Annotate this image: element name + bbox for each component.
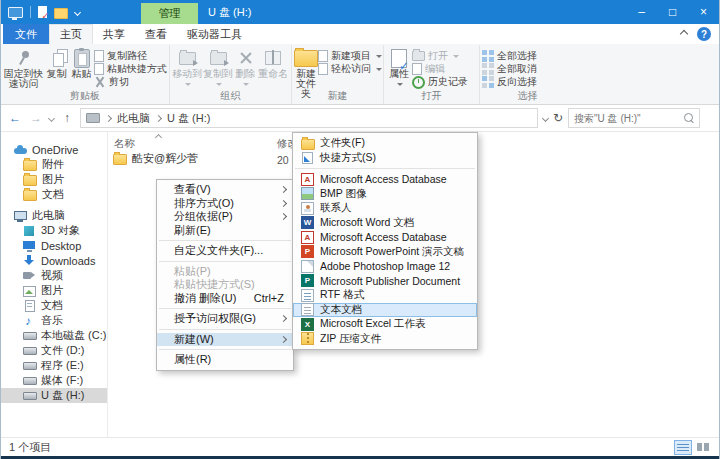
address-dropdown-chevron-icon[interactable] [542, 114, 549, 121]
submenu-item-powerpoint[interactable]: Microsoft PowerPoint 演示文稿 [293, 245, 477, 260]
sidebar-item-drive-e[interactable]: 程序 (E:) [1, 358, 107, 373]
menu-separator [159, 329, 291, 330]
manage-context-tab[interactable]: 管理 [141, 3, 198, 24]
paste-button[interactable]: 粘贴 [69, 45, 94, 79]
submenu-item-folder[interactable]: 文件夹(F) [293, 136, 477, 151]
paste-shortcut-button[interactable]: 粘贴快捷方式 [94, 63, 167, 75]
sidebar-item-pictures-onedrive[interactable]: 图片 [1, 172, 107, 187]
sidebar-item-drive-f[interactable]: 媒体 (F:) [1, 373, 107, 388]
menu-item-customize-folder[interactable]: 自定义文件夹(F)... [157, 244, 293, 258]
submenu-item-contact[interactable]: 联系人 [293, 201, 477, 216]
properties-quick-icon[interactable] [38, 6, 47, 18]
tab-share[interactable]: 共享 [93, 24, 135, 44]
copy-path-button[interactable]: 复制路径 [94, 50, 167, 62]
sidebar-item-videos[interactable]: 视频 [1, 268, 107, 283]
menu-item-new[interactable]: 新建(W) [157, 333, 293, 347]
submenu-item-access-database[interactable]: Microsoft Access Database [293, 172, 477, 187]
menu-item-paste[interactable]: 粘贴(P) [157, 265, 293, 279]
sidebar-item-onedrive[interactable]: OneDrive [1, 142, 107, 157]
sidebar-item-attachments[interactable]: 附件 [1, 157, 107, 172]
refresh-icon[interactable]: ↻ [553, 111, 563, 125]
breadcrumb-chevron-icon[interactable] [155, 114, 162, 121]
menu-item-view[interactable]: 查看(V) [157, 183, 293, 197]
submenu-arrow-icon [280, 213, 287, 220]
maximize-button[interactable]: □ [657, 0, 688, 24]
window-controls: – □ × [626, 0, 719, 24]
large-icons-view-button[interactable] [695, 441, 711, 454]
invert-selection-button[interactable]: 反向选择 [482, 76, 537, 88]
copy-button[interactable]: 复制 [44, 45, 69, 79]
submenu-item-text-document[interactable]: 文本文档 [293, 303, 477, 318]
submenu-item-word-document[interactable]: Microsoft Word 文档 [293, 216, 477, 231]
breadcrumb-chevron-icon[interactable] [105, 114, 112, 121]
submenu-item-publisher-document[interactable]: Microsoft Publisher Document [293, 274, 477, 289]
submenu-item-rtf[interactable]: RTF 格式 [293, 288, 477, 303]
move-to-button[interactable]: 移动到 [172, 45, 203, 89]
search-input[interactable] [569, 109, 699, 127]
sidebar-item-usb-drive-h[interactable]: U 盘 (H:) [1, 388, 107, 403]
tab-home[interactable]: 主页 [49, 24, 93, 44]
tab-view[interactable]: 查看 [135, 24, 177, 44]
access-icon [301, 173, 314, 186]
file-row[interactable]: 酷安@辉少菅 [113, 151, 198, 166]
up-button[interactable]: ↑ [59, 111, 75, 125]
edit-button[interactable]: 编辑 [412, 63, 468, 75]
help-icon[interactable]: ? [697, 27, 711, 41]
open-button[interactable]: 打开 [412, 50, 468, 62]
rename-button[interactable]: 重命名 [257, 45, 289, 79]
new-item-button[interactable]: 新建项目 [318, 50, 382, 62]
menu-item-undo-delete[interactable]: 撤消 删除(U)Ctrl+Z [157, 292, 293, 306]
photoshop-icon [301, 260, 314, 273]
sidebar-item-desktop[interactable]: Desktop [1, 238, 107, 253]
customize-toolbar-chevron-icon[interactable] [74, 8, 81, 15]
select-all-button[interactable]: 全部选择 [482, 50, 537, 62]
history-button[interactable]: 历史记录 [412, 76, 468, 88]
sidebar-item-local-disk-c[interactable]: 本地磁盘 (C:) [1, 328, 107, 343]
sidebar-item-this-pc[interactable]: 此电脑 [1, 208, 107, 223]
menu-item-group-by[interactable]: 分组依据(P) [157, 210, 293, 224]
shortcut-hint: Ctrl+Z [254, 292, 284, 304]
zip-icon [301, 332, 314, 345]
menu-item-refresh[interactable]: 刷新(E) [157, 224, 293, 238]
sidebar-item-documents-onedrive[interactable]: 文档 [1, 187, 107, 202]
menu-item-paste-shortcut[interactable]: 粘贴快捷方式(S) [157, 278, 293, 292]
tab-file[interactable]: 文件 [3, 24, 49, 44]
easy-access-button[interactable]: 轻松访问 [318, 63, 382, 75]
submenu-item-zip-archive[interactable]: ZIP 压缩文件 [293, 332, 477, 347]
submenu-item-shortcut[interactable]: 快捷方式(S) [293, 151, 477, 166]
breadcrumb-this-pc[interactable]: 此电脑 [117, 111, 150, 126]
download-arrow-icon [23, 254, 36, 267]
select-none-button[interactable]: 全部取消 [482, 63, 537, 75]
back-button[interactable]: ← [7, 111, 23, 125]
sidebar-item-downloads[interactable]: Downloads [1, 253, 107, 268]
sidebar-item-drive-d[interactable]: 文件 (D:) [1, 343, 107, 358]
new-folder-quick-icon[interactable] [54, 8, 68, 19]
breadcrumb-current[interactable]: U 盘 (H:) [167, 111, 210, 126]
sidebar-item-pictures[interactable]: 图片 [1, 283, 107, 298]
properties-button[interactable]: 属性 [386, 45, 412, 89]
menu-item-sort-by[interactable]: 排序方式(O) [157, 197, 293, 211]
submenu-item-bmp-image[interactable]: BMP 图像 [293, 187, 477, 202]
submenu-item-excel-worksheet[interactable]: Microsoft Excel 工作表 [293, 317, 477, 332]
sidebar-item-documents[interactable]: 文档 [1, 298, 107, 313]
sidebar-item-music[interactable]: 音乐 [1, 313, 107, 328]
submenu-item-access-database-2[interactable]: Microsoft Access Database [293, 230, 477, 245]
cut-button[interactable]: 剪切 [94, 76, 167, 88]
tab-drive-tools[interactable]: 驱动器工具 [177, 24, 252, 44]
close-button[interactable]: × [688, 0, 719, 24]
delete-button[interactable]: 删除 [233, 45, 257, 89]
collapse-ribbon-icon[interactable] [680, 30, 688, 38]
breadcrumb[interactable]: 此电脑 U 盘 (H:) [80, 108, 538, 128]
menu-item-properties[interactable]: 属性(R) [157, 353, 293, 367]
forward-button[interactable]: → [28, 111, 44, 125]
copy-to-button[interactable]: 复制到 [203, 45, 234, 89]
details-view-button[interactable] [674, 440, 692, 455]
minimize-button[interactable]: – [626, 0, 657, 24]
toolbar-separator [30, 6, 31, 18]
sidebar-item-3d-objects[interactable]: 3D 对象 [1, 223, 107, 238]
submenu-item-photoshop-image[interactable]: Adobe Photoshop Image 12 [293, 259, 477, 274]
recent-locations-chevron-icon[interactable] [48, 114, 55, 121]
column-header-name[interactable]: 名称 [114, 137, 135, 151]
menu-item-give-access[interactable]: 授予访问权限(G) [157, 312, 293, 326]
pin-to-quick-access-button[interactable]: 固定到快速访问 [3, 45, 44, 89]
